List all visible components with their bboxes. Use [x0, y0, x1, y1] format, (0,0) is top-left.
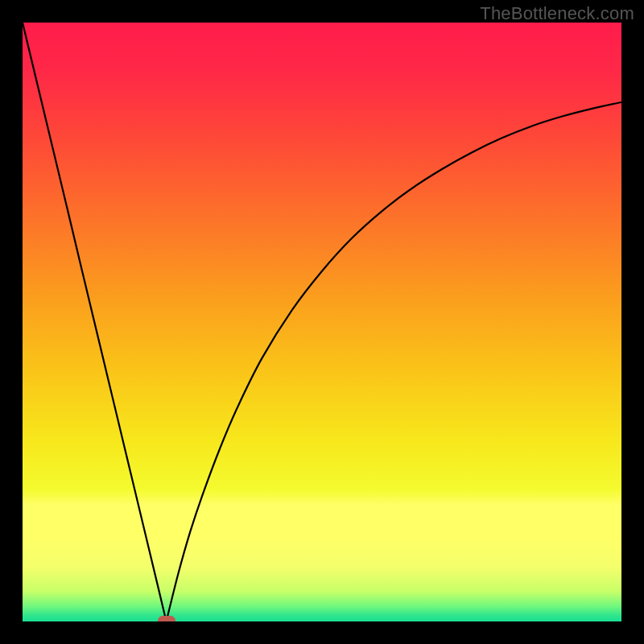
bottleneck-curve	[23, 23, 621, 621]
chart-frame	[23, 23, 621, 621]
watermark-text: TheBottleneck.com	[480, 3, 634, 24]
optimal-point-marker	[158, 616, 175, 621]
